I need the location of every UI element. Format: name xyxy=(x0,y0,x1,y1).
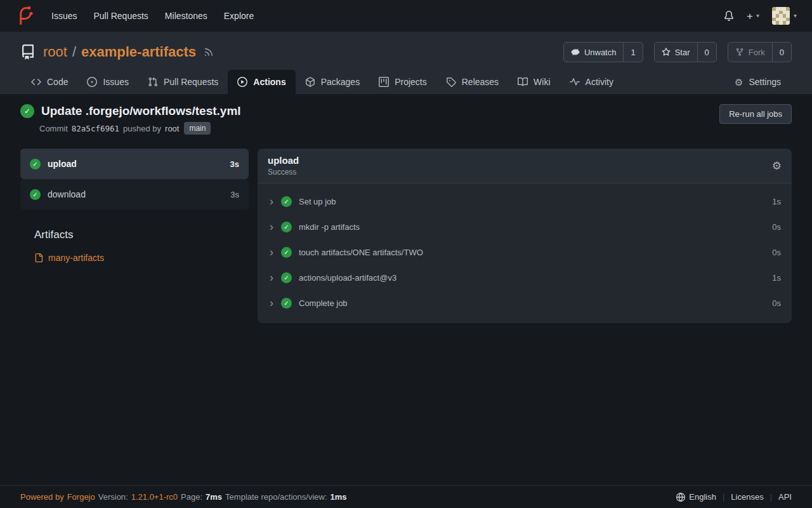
language-selector[interactable]: English xyxy=(676,492,716,502)
chevron-right-icon: › xyxy=(268,196,275,207)
fork-label: Fork xyxy=(749,48,765,57)
check-glyph: ✓ xyxy=(284,274,289,281)
nav-issues[interactable]: Issues xyxy=(43,6,85,26)
repo-title: root / example-artifacts xyxy=(43,44,196,60)
footer-left: Powered by Forgejo Version: 1.21.0+1-rc0… xyxy=(20,492,347,502)
footer: Powered by Forgejo Version: 1.21.0+1-rc0… xyxy=(0,485,812,508)
tab-pull-requests-label: Pull Requests xyxy=(164,77,218,87)
jobs-sidebar: ✓ upload 3s ✓ download 3s Artifacts many… xyxy=(20,149,249,263)
repo-separator: / xyxy=(72,44,76,60)
tab-projects-label: Projects xyxy=(395,77,427,87)
watchers-count[interactable]: 1 xyxy=(623,43,642,62)
rerun-all-jobs-button[interactable]: Re-run all jobs xyxy=(719,104,792,124)
language-label: English xyxy=(689,492,716,502)
tab-code[interactable]: Code xyxy=(22,70,77,94)
page-time-label: Page: xyxy=(181,492,202,502)
forgejo-link[interactable]: Forgejo xyxy=(67,492,95,502)
tab-actions[interactable]: Actions xyxy=(228,70,295,94)
tab-releases-label: Releases xyxy=(462,77,499,87)
commit-sha-link[interactable]: 82a5cf6961 xyxy=(72,124,119,133)
tab-actions-label: Actions xyxy=(253,77,285,87)
tab-activity[interactable]: Activity xyxy=(560,70,623,94)
step-duration: 0s xyxy=(772,248,781,257)
template-time-value: 1ms xyxy=(331,492,347,502)
tab-issues-label: Issues xyxy=(103,77,128,87)
file-icon xyxy=(34,253,43,262)
fork-button-group: Fork 0 xyxy=(728,42,792,62)
job-item-upload[interactable]: ✓ upload 3s xyxy=(20,149,249,179)
tab-settings[interactable]: ⚙ Settings xyxy=(725,70,790,94)
run-content-columns: ✓ upload 3s ✓ download 3s Artifacts many… xyxy=(20,149,792,323)
step-row-upload-artifact[interactable]: › ✓ actions/upload-artifact@v3 1s xyxy=(258,265,792,290)
nav-explore[interactable]: Explore xyxy=(216,6,262,26)
stars-count[interactable]: 0 xyxy=(697,43,716,62)
forgejo-logo-icon[interactable] xyxy=(15,6,34,25)
repo-icon xyxy=(20,44,36,60)
check-glyph: ✓ xyxy=(32,161,37,168)
actions-run-view: ✓ Update .forgejo/workflows/test.yml Com… xyxy=(0,94,812,485)
step-success-check-icon: ✓ xyxy=(281,222,292,232)
step-duration: 0s xyxy=(772,298,781,308)
step-success-check-icon: ✓ xyxy=(281,196,292,207)
repo-name-link[interactable]: example-artifacts xyxy=(81,44,196,60)
branch-badge[interactable]: main xyxy=(184,122,211,135)
nav-milestones[interactable]: Milestones xyxy=(157,6,216,26)
check-glyph: ✓ xyxy=(284,249,289,256)
caret-down-icon: ▾ xyxy=(794,13,797,19)
job-name: upload xyxy=(48,159,77,169)
notifications-bell-icon[interactable] xyxy=(724,11,734,21)
check-glyph: ✓ xyxy=(32,191,37,198)
tab-projects[interactable]: Projects xyxy=(369,70,436,94)
repo-owner-link[interactable]: root xyxy=(43,44,67,60)
powered-by-label: Powered by xyxy=(20,492,64,502)
commit-label: Commit xyxy=(39,124,68,133)
gear-icon: ⚙ xyxy=(735,77,743,87)
job-status: Success xyxy=(268,168,299,177)
step-row-setup-job[interactable]: › ✓ Set up job 1s xyxy=(258,189,792,214)
licenses-link[interactable]: Licenses xyxy=(731,492,763,502)
chevron-right-icon: › xyxy=(268,221,275,232)
star-button[interactable]: Star xyxy=(655,43,697,62)
step-row-complete-job[interactable]: › ✓ Complete job 0s xyxy=(258,290,792,316)
artifacts-heading: Artifacts xyxy=(34,229,249,241)
check-glyph: ✓ xyxy=(284,300,289,307)
job-detail-panel: upload Success ⚙ › ✓ Set up job 1s › ✓ m… xyxy=(258,149,792,323)
user-menu[interactable]: ▾ xyxy=(772,7,797,25)
step-row-mkdir[interactable]: › ✓ mkdir -p artifacts 0s xyxy=(258,214,792,239)
top-navbar: Issues Pull Requests Milestones Explore … xyxy=(0,0,812,32)
repo-header: root / example-artifacts Unwatch 1 Star … xyxy=(0,32,812,94)
create-new-menu[interactable]: + ▾ xyxy=(747,11,759,22)
caret-down-icon: ▾ xyxy=(756,13,759,19)
tab-packages-label: Packages xyxy=(321,77,360,87)
version-link[interactable]: 1.21.0+1-rc0 xyxy=(131,492,178,502)
commit-author-link[interactable]: root xyxy=(165,124,179,133)
tab-issues[interactable]: Issues xyxy=(77,70,138,94)
job-item-download[interactable]: ✓ download 3s xyxy=(20,179,249,210)
tab-wiki[interactable]: Wiki xyxy=(508,70,560,94)
forks-count[interactable]: 0 xyxy=(772,43,791,62)
unwatch-button[interactable]: Unwatch xyxy=(564,43,624,62)
rss-icon[interactable] xyxy=(204,47,214,57)
step-row-touch[interactable]: › ✓ touch artifacts/ONE artifacts/TWO 0s xyxy=(258,239,792,265)
step-duration: 1s xyxy=(772,273,781,283)
page-time-value: 7ms xyxy=(206,492,222,502)
run-success-check-icon: ✓ xyxy=(20,104,34,118)
chevron-right-icon: › xyxy=(268,297,275,309)
nav-pull-requests[interactable]: Pull Requests xyxy=(85,6,156,26)
job-options-gear-icon[interactable]: ⚙ xyxy=(772,159,782,173)
run-title-block: ✓ Update .forgejo/workflows/test.yml Com… xyxy=(20,104,241,135)
api-link[interactable]: API xyxy=(778,492,792,502)
step-name: Set up job xyxy=(298,197,336,206)
tab-packages[interactable]: Packages xyxy=(296,70,369,94)
star-label: Star xyxy=(675,48,690,57)
check-glyph: ✓ xyxy=(284,198,289,205)
globe-icon xyxy=(676,493,685,502)
artifact-name: many-artifacts xyxy=(48,253,104,263)
run-header: ✓ Update .forgejo/workflows/test.yml Com… xyxy=(20,104,792,135)
artifact-link-many-artifacts[interactable]: many-artifacts xyxy=(34,253,249,263)
tab-releases[interactable]: Releases xyxy=(436,70,508,94)
fork-button[interactable]: Fork xyxy=(728,43,772,62)
job-success-check-icon: ✓ xyxy=(30,159,41,170)
tab-pull-requests[interactable]: Pull Requests xyxy=(138,70,228,94)
job-duration: 3s xyxy=(230,159,239,169)
